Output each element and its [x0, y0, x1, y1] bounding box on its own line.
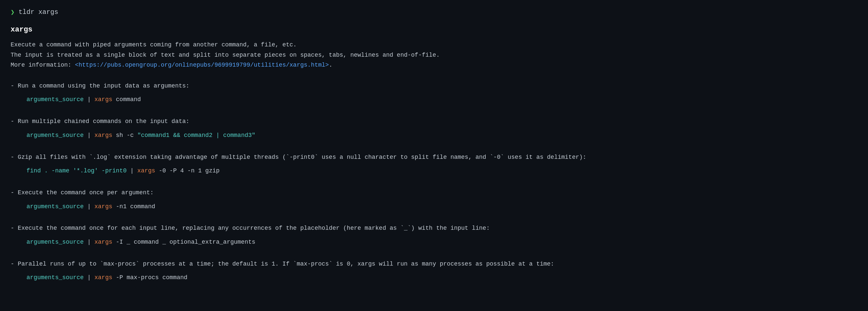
example-4: - Execute the command once per argument:… — [10, 188, 858, 211]
example-1-code: arguments_source | xargs command — [10, 95, 858, 105]
example-2: - Run multiple chained commands on the i… — [10, 116, 858, 140]
ex6-backtick1: `max-procs` — [100, 261, 140, 267]
ex5-flags: -I _ command _ optional_extra_arguments — [112, 239, 255, 245]
ex2-arg-source: arguments_source — [27, 132, 84, 139]
example-5: - Execute the command once for each inpu… — [10, 223, 858, 247]
terminal: ❯ tldr xargs xargs Execute a command wit… — [10, 8, 858, 282]
desc-line1: Execute a command with piped arguments c… — [10, 40, 858, 50]
ex3-middle2: uses a null character to split file name… — [318, 154, 490, 161]
ex3-backtick2: `-print0` — [286, 154, 318, 161]
description-block: Execute a command with piped arguments c… — [10, 40, 858, 70]
ex2-pipe: | — [84, 132, 94, 139]
ex6-if: If — [282, 261, 290, 267]
ex4-flags: -n1 command — [112, 203, 155, 210]
ex6-flags: -P max-procs command — [112, 274, 187, 281]
command-title: xargs — [10, 26, 858, 34]
ex5-suffix: ) with the input line: — [411, 225, 490, 231]
example-3: - Gzip all files with `.log` extension t… — [10, 152, 858, 176]
ex3-backtick3: `-0` — [490, 154, 504, 161]
ex2-xargs: xargs — [94, 132, 112, 139]
desc-line3-prefix: More information: — [10, 62, 75, 68]
ex3-find-cmd: find . -name '*.log' -print0 — [27, 167, 126, 174]
ex1-arg-source: arguments_source — [27, 96, 84, 103]
desc-line3-suffix: . — [329, 62, 332, 68]
ex3-pipe: | — [126, 167, 137, 174]
example-5-code: arguments_source | xargs -I _ command _ … — [10, 237, 858, 247]
example-1: - Run a command using the input data as … — [10, 81, 858, 105]
example-3-desc: - Gzip all files with `.log` extension t… — [10, 152, 858, 163]
desc-line3: More information: <https://pubs.opengrou… — [10, 60, 858, 70]
example-4-code: arguments_source | xargs -n1 command — [10, 202, 858, 211]
prompt-line: ❯ tldr xargs — [10, 8, 858, 16]
example-5-desc: - Execute the command once for each inpu… — [10, 223, 858, 233]
example-6-code: arguments_source | xargs -P max-procs co… — [10, 273, 858, 282]
ex4-xargs: xargs — [94, 203, 112, 210]
ex6-middle1: processes at a time; the default is 1. — [140, 261, 282, 267]
ex5-pipe: | — [84, 239, 94, 245]
prompt-command: tldr xargs — [19, 8, 58, 16]
ex5-xargs: xargs — [94, 239, 112, 245]
example-3-code: find . -name '*.log' -print0 | xargs -0 … — [10, 166, 858, 176]
example-6: - Parallel runs of up to `max-procs` pro… — [10, 259, 858, 282]
ex3-middle3: uses it as delimiter): — [504, 154, 586, 161]
example-2-code: arguments_source | xargs sh -c "command1… — [10, 131, 858, 140]
ex1-pipe: | — [84, 96, 94, 103]
ex3-xargs: xargs — [137, 167, 155, 174]
ex2-cmd-str: "command1 && command2 | command3" — [137, 132, 255, 139]
ex3-backtick1: `.log` — [89, 154, 111, 161]
ex6-backtick2: `max-procs` — [290, 261, 333, 267]
ex5-arg-source: arguments_source — [27, 239, 84, 245]
desc-line3-link[interactable]: <https://pubs.opengroup.org/onlinepubs/9… — [75, 62, 329, 68]
ex5-backtick: `_` — [400, 225, 411, 231]
ex5-prefix: - Execute the command once for each inpu… — [10, 225, 400, 231]
ex4-arg-source: arguments_source — [27, 203, 84, 210]
ex6-prefix: - Parallel runs of up to — [10, 261, 100, 267]
ex4-pipe: | — [84, 203, 94, 210]
ex3-flags: -0 -P 4 -n 1 gzip — [155, 167, 219, 174]
ex3-prefix: - Gzip all files with — [10, 154, 89, 161]
ex2-sh: sh -c — [112, 132, 137, 139]
example-2-desc: - Run multiple chained commands on the i… — [10, 116, 858, 126]
ex1-xargs: xargs — [94, 96, 112, 103]
ex6-arg-source: arguments_source — [27, 274, 84, 281]
ex3-middle1: extension taking advantage of multiple t… — [111, 154, 286, 161]
example-6-desc: - Parallel runs of up to `max-procs` pro… — [10, 259, 858, 269]
ex6-xargs: xargs — [94, 274, 112, 281]
desc-line2: The input is treated as a single block o… — [10, 50, 858, 60]
example-1-desc: - Run a command using the input data as … — [10, 81, 858, 91]
prompt-chevron-icon: ❯ — [10, 8, 14, 16]
example-4-desc: - Execute the command once per argument: — [10, 188, 858, 198]
ex6-pipe: | — [84, 274, 94, 281]
ex1-cmd: command — [112, 96, 141, 103]
ex6-middle2: is 0, xargs will run as many processes a… — [332, 261, 554, 267]
